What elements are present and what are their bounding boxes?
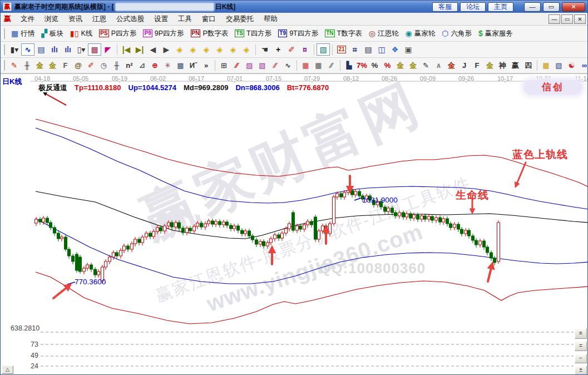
p-table-button[interactable]: PNP数字表 — [187, 29, 232, 38]
measure-button[interactable]: ¤ — [298, 43, 312, 56]
toolbar-grip[interactable] — [3, 45, 5, 55]
zigzag-button[interactable]: ∿ — [21, 43, 34, 56]
save-button[interactable]: ◫ — [375, 43, 388, 56]
diamond-full-button[interactable]: ◈ — [240, 43, 253, 56]
stats-button[interactable]: ▧ — [317, 43, 330, 56]
p-square-button[interactable]: PSP四方形 — [96, 29, 140, 38]
maximize-button[interactable]: ▭ — [543, 2, 560, 12]
menu-item-浏览[interactable]: 浏览 — [39, 13, 63, 26]
9p-square-button[interactable]: P99P四方形 — [140, 29, 187, 38]
candle-type-button[interactable]: ▯▾ — [75, 43, 88, 56]
yin-yang-button[interactable]: ☯ — [565, 60, 578, 72]
trend-frame-button[interactable]: ▧ — [552, 60, 565, 72]
fan-lines-button[interactable]: ∕∕ — [230, 60, 243, 72]
diamond-left-button[interactable]: ◈ — [173, 43, 186, 56]
gann-wheel-button[interactable]: ◎江恩轮 — [365, 29, 402, 38]
si-angle-button[interactable]: 四 — [522, 60, 535, 72]
grid-gold-button[interactable]: ▦ — [540, 60, 552, 72]
export-button[interactable]: ❖ — [388, 43, 402, 56]
mdi-minimize-button[interactable]: — — [549, 14, 560, 24]
toolbar-grip[interactable] — [3, 28, 5, 39]
sectors-button[interactable]: ▞板块 — [38, 29, 67, 38]
mark-pen-button[interactable]: ✐ — [85, 60, 97, 72]
crosshair-button[interactable]: + — [271, 43, 285, 56]
draw-pen-button[interactable]: ✎ — [8, 60, 21, 72]
nav-next-button[interactable]: ▶ — [160, 43, 173, 56]
grid-red-button[interactable]: ▦ — [299, 60, 312, 72]
hatch-box-button[interactable]: ▧ — [256, 60, 269, 72]
bars-9-button[interactable]: ılı — [61, 43, 75, 56]
nav-prev-button[interactable]: ◀ — [146, 43, 160, 56]
f-angle-button[interactable]: F — [471, 60, 483, 72]
box-select-button[interactable]: ⊞ — [218, 60, 230, 72]
nav-last-button[interactable]: ▶| — [133, 43, 146, 56]
titlebar-link-2[interactable]: 主页 — [488, 2, 513, 12]
pct-button[interactable]: % — [368, 60, 381, 72]
mdi-restore-button[interactable]: ▭ — [561, 14, 573, 24]
menu-item-公式选股[interactable]: 公式选股 — [111, 13, 149, 26]
f-line-button[interactable]: F — [59, 60, 72, 72]
diamond-right-button[interactable]: ◈ — [186, 43, 200, 56]
9t-square-button[interactable]: T99T四方形 — [275, 29, 322, 38]
close-button[interactable]: ✕ — [562, 2, 585, 12]
diamond-hsplit-button[interactable]: ◈ — [200, 43, 213, 56]
menu-item-设置[interactable]: 设置 — [149, 13, 173, 26]
expand-pane-button[interactable]: △ — [2, 366, 13, 374]
pane-split-1-button[interactable]: − — [575, 354, 587, 363]
wave-line-button[interactable]: ∿ — [281, 60, 294, 72]
wave-a-button[interactable]: ∧ — [432, 60, 445, 72]
titlebar-link-0[interactable]: 客服 — [432, 2, 458, 12]
pane-axis-button[interactable]: ± — [575, 366, 587, 375]
diamond-expand-button[interactable]: ◈ — [226, 43, 240, 56]
menu-item-文件[interactable]: 文件 — [16, 13, 39, 26]
calendar-button[interactable]: 21 — [335, 43, 348, 56]
quote-mark-button[interactable]: И˝ — [187, 60, 200, 72]
mdi-close-button[interactable]: ✕ — [574, 14, 586, 24]
pct-line-button[interactable]: % — [381, 60, 394, 72]
ray-lines-button[interactable]: ∕∕ — [269, 60, 281, 72]
nav-first-button[interactable]: |◀ — [120, 43, 133, 56]
calculator-button[interactable]: ⌗ — [348, 43, 362, 56]
chart-canvas[interactable] — [1, 74, 588, 375]
hatch2-button[interactable]: ╫ — [110, 60, 123, 72]
web-button[interactable]: ✳ — [161, 60, 174, 72]
menu-item-资讯[interactable]: 资讯 — [63, 13, 87, 26]
candle-style-button[interactable]: ▮▾ — [8, 43, 21, 56]
chart-pane[interactable]: 赢家财富网 赢家江恩软件-股票分析软件-江恩工具软件 www.yingjia36… — [1, 73, 588, 375]
pen-candle-button[interactable]: ✎ — [419, 60, 432, 72]
print-button[interactable]: ▣ — [402, 43, 415, 56]
gold-bar-button[interactable]: 金 — [407, 60, 419, 72]
win-angle-button[interactable]: 赢 — [509, 60, 522, 72]
column-stat-button[interactable]: ▙ — [343, 60, 355, 72]
grid-frame-button[interactable]: ▦ — [312, 60, 325, 72]
t-square-button[interactable]: TST四方形 — [231, 29, 275, 38]
diamond-compress-button[interactable]: ◈ — [213, 43, 226, 56]
pane-split-3-button[interactable]: ≡ — [575, 328, 587, 339]
eraser-pen-button[interactable]: ✐ — [285, 43, 298, 56]
web-box-button[interactable]: ▩ — [174, 60, 187, 72]
t-table-button[interactable]: TNT数字表 — [322, 29, 365, 38]
pane-split-2-button[interactable]: = — [575, 341, 587, 351]
hexagon-button[interactable]: ⬡六角形 — [438, 29, 475, 38]
volume-flag-button[interactable]: ◤ — [101, 43, 115, 56]
j-angle-button[interactable]: J — [458, 60, 471, 72]
time-circle-button[interactable]: ◷ — [97, 60, 110, 72]
slash-lines-button[interactable]: ∕∕ — [325, 60, 338, 72]
shen-angle-button[interactable]: 神 — [496, 60, 509, 72]
target-button[interactable]: ⊕ — [149, 60, 161, 72]
gold-red-button[interactable]: 金 — [445, 60, 458, 72]
toolbar-grip[interactable] — [3, 60, 5, 71]
gann-gate-button[interactable]: 金 — [33, 60, 46, 72]
bars-3-button[interactable]: ılı — [48, 43, 61, 56]
pct7-button[interactable]: 7% — [355, 60, 368, 72]
gold-angle-button[interactable]: 金 — [483, 60, 496, 72]
spiral-button[interactable]: @ — [72, 60, 85, 72]
minimize-button[interactable]: — — [524, 2, 541, 12]
menu-item-窗口[interactable]: 窗口 — [197, 13, 221, 26]
menu-item-工具[interactable]: 工具 — [173, 13, 197, 26]
menu-item-交易委托[interactable]: 交易委托 — [221, 13, 259, 26]
infinity-button[interactable]: ∞ — [578, 60, 587, 72]
fan-box-button[interactable]: ▨ — [243, 60, 256, 72]
gann-gate2-button[interactable]: 金 — [46, 60, 59, 72]
winner-wheel-button[interactable]: ◉赢家轮 — [402, 29, 438, 38]
